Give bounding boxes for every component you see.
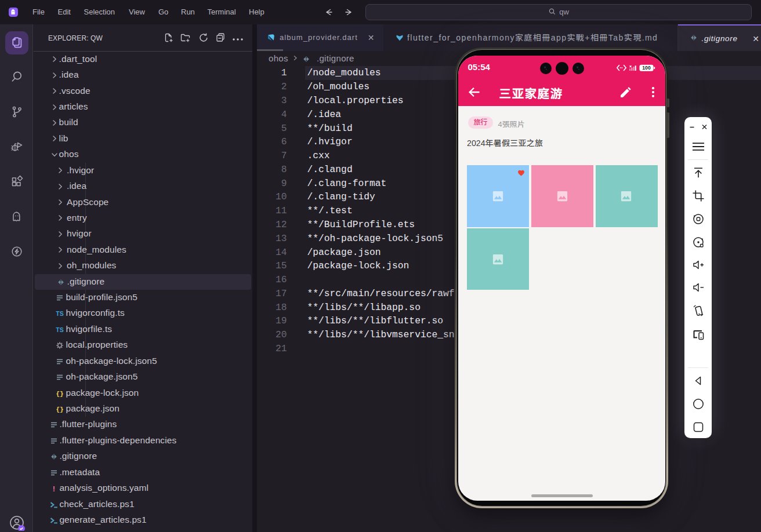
svg-text:!: ! [52,484,55,493]
svg-text:{}: {} [56,391,63,398]
svg-text:100: 100 [642,65,651,71]
svg-text:TS: TS [56,310,63,317]
svg-text:{}: {} [56,406,63,413]
svg-text:TS: TS [56,326,63,333]
